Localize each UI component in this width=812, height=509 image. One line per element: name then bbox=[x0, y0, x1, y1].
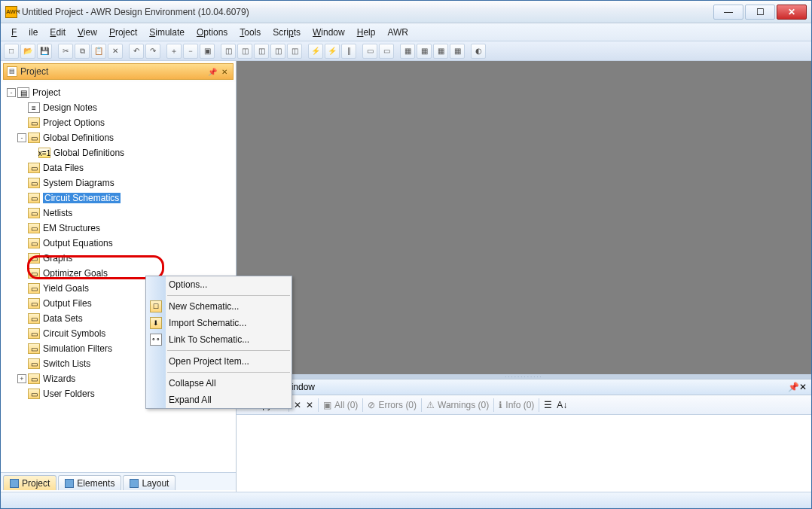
tree-netlists[interactable]: ▭Netlists bbox=[7, 206, 234, 221]
tree-root-project[interactable]: - ▤ Project bbox=[7, 85, 234, 100]
application-window: AWR Untitled Project - AWR Design Enviro… bbox=[0, 0, 812, 509]
filter-info[interactable]: ℹInfo (0) bbox=[499, 400, 534, 410]
tree-output-equations[interactable]: ▭Output Equations bbox=[7, 236, 234, 251]
ctx-link-to-schematic[interactable]: ∘∘Link To Schematic... bbox=[146, 331, 292, 348]
toolbar-paste-icon[interactable]: 📋 bbox=[91, 44, 106, 59]
folder-icon: ▭ bbox=[28, 343, 40, 354]
toolbar-btn-i-icon[interactable]: ▦ bbox=[417, 44, 432, 59]
tree-global-definitions-child[interactable]: x=1Global Definitions bbox=[7, 145, 234, 160]
toolbar-redo-icon[interactable]: ↷ bbox=[145, 44, 160, 59]
tab-elements[interactable]: Elements bbox=[58, 475, 121, 490]
sort-button[interactable]: A↓ bbox=[557, 400, 567, 410]
ctx-import-schematic[interactable]: ⬇Import Schematic... bbox=[146, 315, 292, 331]
minimize-button[interactable]: — bbox=[713, 5, 743, 20]
toolbar-fit-icon[interactable]: ▣ bbox=[200, 44, 215, 59]
toolbar-run-icon[interactable]: ⚡ bbox=[308, 44, 323, 59]
menu-view[interactable]: View bbox=[78, 27, 97, 38]
tree-data-files[interactable]: ▭Data Files bbox=[7, 160, 234, 175]
ctx-new-schematic[interactable]: ☐New Schematic... bbox=[146, 298, 292, 315]
tree-global-definitions[interactable]: -▭Global Definitions bbox=[7, 130, 234, 145]
menu-simulate[interactable]: Simulate bbox=[149, 27, 185, 38]
tree-project-options[interactable]: ▭Project Options bbox=[7, 115, 234, 130]
menu-scripts[interactable]: Scripts bbox=[273, 27, 301, 38]
tab-elements-icon bbox=[65, 479, 74, 488]
filter-errors[interactable]: ⊘Errors (0) bbox=[368, 400, 417, 410]
folder-icon: ▭ bbox=[28, 208, 40, 218]
ctx-open-project-item[interactable]: Open Project Item... bbox=[146, 353, 292, 370]
list-mode-button[interactable]: ☰ bbox=[544, 400, 552, 410]
menu-project[interactable]: Project bbox=[109, 27, 137, 38]
folder-icon: ▭ bbox=[28, 223, 40, 233]
toolbar-save-icon[interactable]: 💾 bbox=[37, 44, 52, 59]
collapse-icon[interactable]: - bbox=[17, 133, 26, 142]
toolbar-btn-k-icon[interactable]: ▦ bbox=[450, 44, 465, 59]
tab-project[interactable]: Project bbox=[3, 475, 56, 490]
toolbar-open-icon[interactable]: 📂 bbox=[20, 44, 35, 59]
toolbar-new-icon[interactable]: □ bbox=[4, 44, 19, 59]
tree-em-structures[interactable]: ▭EM Structures bbox=[7, 221, 234, 236]
equation-icon: x=1 bbox=[38, 148, 50, 158]
folder-icon: ▭ bbox=[28, 373, 40, 384]
status-close-button[interactable]: ✕ bbox=[799, 382, 807, 392]
toolbar-zoomout-icon[interactable]: － bbox=[183, 44, 198, 59]
collapse-icon[interactable]: - bbox=[7, 88, 16, 97]
toolbar-delete-icon[interactable]: ✕ bbox=[108, 44, 123, 59]
tab-layout[interactable]: Layout bbox=[123, 475, 176, 490]
body-area: ▤ Project 📌 ✕ - ▤ Project ≡Design Notes … bbox=[1, 61, 811, 492]
status-panel: ▤ Status Window 📌 ✕ ⧉Copy All ✕ ✕ ▣All (… bbox=[237, 379, 811, 492]
import-icon: ⬇ bbox=[150, 317, 162, 329]
menu-options[interactable]: Options bbox=[197, 27, 227, 38]
toolbar-btn-j-icon[interactable]: ▦ bbox=[433, 44, 448, 59]
folder-icon: ▭ bbox=[28, 283, 40, 294]
menu-help[interactable]: Help bbox=[357, 27, 376, 38]
ctx-collapse-all[interactable]: Collapse All bbox=[146, 375, 292, 392]
status-pin-button[interactable]: 📌 bbox=[788, 382, 799, 392]
panel-close-button[interactable]: ✕ bbox=[219, 66, 230, 77]
close-icon: ✕ bbox=[788, 7, 795, 17]
toolbar-btn-b-icon[interactable]: ◫ bbox=[237, 44, 252, 59]
toolbar-cut-icon[interactable]: ✂ bbox=[58, 44, 73, 59]
pin-button[interactable]: 📌 bbox=[207, 66, 218, 77]
expand-icon[interactable]: + bbox=[17, 374, 26, 383]
toolbar-btn-f-icon[interactable]: ▭ bbox=[362, 44, 377, 59]
tree-system-diagrams[interactable]: ▭System Diagrams bbox=[7, 175, 234, 190]
toolbar-undo-icon[interactable]: ↶ bbox=[129, 44, 144, 59]
tree-design-notes[interactable]: ≡Design Notes bbox=[7, 100, 234, 115]
ctx-expand-all[interactable]: Expand All bbox=[146, 392, 292, 408]
toolbar-btn-g-icon[interactable]: ▭ bbox=[379, 44, 394, 59]
maximize-button[interactable]: ☐ bbox=[745, 5, 775, 20]
menubar: File Edit View Project Simulate Options … bbox=[1, 23, 811, 41]
menu-tools[interactable]: Tools bbox=[240, 27, 261, 38]
toolbar-btn-l-icon[interactable]: ◐ bbox=[471, 44, 486, 59]
menu-awr[interactable]: AWR bbox=[387, 27, 408, 38]
menu-file[interactable]: File bbox=[11, 27, 38, 38]
toolbar-btn-d-icon[interactable]: ◫ bbox=[270, 44, 285, 59]
toolbar-btn-c-icon[interactable]: ◫ bbox=[254, 44, 269, 59]
tree-circuit-schematics[interactable]: ▭Circuit Schematics bbox=[7, 190, 234, 206]
ctx-options[interactable]: Options... bbox=[146, 276, 292, 293]
menu-edit[interactable]: Edit bbox=[50, 27, 66, 38]
toolbar-btn-h-icon[interactable]: ▦ bbox=[400, 44, 415, 59]
clear-icon: ✕ bbox=[294, 400, 301, 410]
menu-window[interactable]: Window bbox=[313, 27, 345, 38]
toolbar-btn-e-icon[interactable]: ◫ bbox=[287, 44, 302, 59]
tree-graphs[interactable]: ▭Graphs bbox=[7, 251, 234, 266]
toolbar-copy-icon[interactable]: ⧉ bbox=[75, 44, 90, 59]
minimize-icon: — bbox=[724, 7, 733, 17]
clear-one-icon: ✕ bbox=[306, 400, 313, 410]
mdi-client-area bbox=[237, 61, 811, 374]
folder-icon: ▭ bbox=[28, 133, 40, 143]
clear-one-button[interactable]: ✕ bbox=[306, 400, 313, 410]
project-panel-header: ▤ Project 📌 ✕ bbox=[3, 63, 234, 80]
filter-all[interactable]: ▣All (0) bbox=[323, 400, 358, 410]
toolbar-run2-icon[interactable]: ⚡ bbox=[325, 44, 340, 59]
status-body bbox=[237, 415, 811, 492]
horizontal-splitter[interactable] bbox=[237, 374, 811, 379]
clear-button[interactable]: ✕ bbox=[294, 400, 301, 410]
filter-warnings[interactable]: ⚠Warnings (0) bbox=[426, 400, 489, 410]
close-button[interactable]: ✕ bbox=[777, 5, 807, 20]
toolbar-zoomin-icon[interactable]: ＋ bbox=[166, 44, 182, 59]
folder-icon: ▭ bbox=[28, 178, 40, 188]
toolbar-btn-a-icon[interactable]: ◫ bbox=[221, 44, 236, 59]
toolbar-pause-icon[interactable]: ‖ bbox=[341, 44, 356, 59]
